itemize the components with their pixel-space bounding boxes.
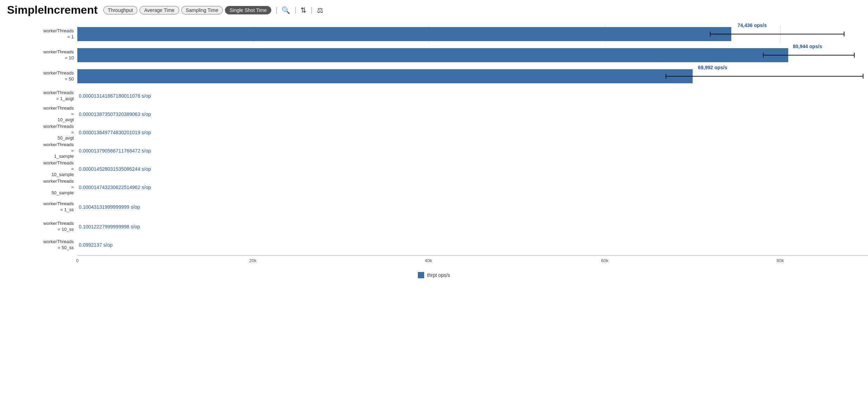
y-label: workerThreads=10_avgt [0, 105, 77, 123]
x-tick-0: 0 [76, 258, 78, 263]
table-row: workerThreads=50_sample 0.00001474323062… [0, 178, 868, 196]
tab-sampling-time[interactable]: Sampling Time [181, 6, 223, 14]
table-row: workerThreads= 50_ss 0.0992137 s/op [0, 236, 868, 254]
bar-container: 0.000013141867180011076 s/op [77, 88, 868, 104]
bar-container: 0.000013649774830201019 s/op [77, 125, 868, 140]
separator-1: | [276, 6, 277, 14]
separator-3: | [311, 6, 312, 14]
bar-value-label: 80,944 ops/s [793, 44, 822, 49]
header: SimpleIncrement Throughput Average Time … [0, 0, 868, 20]
bar-container: 0.0992137 s/op [77, 237, 868, 253]
table-row: workerThreads=50_avgt 0.0000136497748302… [0, 123, 868, 142]
zoom-icon[interactable]: 🔍 [281, 6, 290, 14]
table-row: workerThreads= 50 69,992 ops/s [0, 66, 868, 87]
table-row: workerThreads=10_avgt 0.0000138735073203… [0, 105, 868, 123]
chart-area: workerThreads= 1 74,436 ops/s [0, 20, 868, 306]
y-label: workerThreads=50_avgt [0, 124, 77, 142]
x-tick-60k: 60k [601, 258, 608, 263]
bar [77, 69, 693, 83]
table-row: workerThreads= 1 74,436 ops/s [0, 24, 868, 45]
legend-color-box [418, 272, 424, 278]
y-label: workerThreads= 1_avgt [0, 90, 77, 102]
bar [77, 48, 788, 62]
bar-container: 0.000013873507320389063 s/op [77, 106, 868, 122]
legend-label: thrpt ops/s [427, 272, 450, 278]
table-row: workerThreads=1_sample 0.000013790566711… [0, 142, 868, 160]
tab-throughput[interactable]: Throughput [103, 6, 138, 14]
bar [77, 27, 731, 41]
y-label: workerThreads= 10 [0, 49, 77, 61]
bar-container: 0.000013790566711768472 s/op [77, 143, 868, 158]
bar-container: 74,436 ops/s [77, 25, 868, 43]
text-value: 0.000013141867180011076 s/op [77, 93, 151, 99]
x-tick-40k: 40k [425, 258, 432, 263]
x-tick-20k: 20k [249, 258, 257, 263]
bar-container: 0.10012227999999998 s/op [77, 219, 868, 234]
table-row: workerThreads= 1_ss 0.10043131999999999 … [0, 196, 868, 218]
separator-2: | [294, 6, 296, 14]
y-label: workerThreads=50_sample [0, 179, 77, 196]
table-row: workerThreads= 1_avgt 0.0000131418671800… [0, 87, 868, 105]
y-label: workerThreads=10_sample [0, 160, 77, 178]
bar-value-label: 69,992 ops/s [698, 65, 727, 70]
tab-single-shot-time[interactable]: Single Shot Time [225, 6, 271, 14]
error-bar [710, 34, 844, 34]
app-title: SimpleIncrement [7, 4, 98, 17]
bar-container: 0.000014743230622514962 s/op [77, 180, 868, 195]
y-label: workerThreads= 1_ss [0, 201, 77, 213]
x-axis: 0 20k 40k 60k 80k [77, 255, 868, 265]
tab-average-time[interactable]: Average Time [140, 6, 179, 14]
text-value: 0.000013649774830201019 s/op [77, 130, 151, 135]
text-value: 0.10012227999999998 s/op [77, 224, 140, 229]
error-bar [666, 76, 863, 77]
table-row: workerThreads= 10_ss 0.10012227999999998… [0, 218, 868, 236]
balance-icon[interactable]: ⚖ [317, 6, 323, 14]
x-tick-80k: 80k [777, 258, 784, 263]
text-value: 0.000014743230622514962 s/op [77, 184, 151, 190]
y-label: workerThreads= 10_ss [0, 221, 77, 233]
sort-icon[interactable]: ⇅ [300, 6, 306, 14]
y-label: workerThreads=1_sample [0, 142, 77, 160]
bar-container: 0.000014528031535086244 s/op [77, 161, 868, 177]
table-row: workerThreads=10_sample 0.00001452803153… [0, 160, 868, 178]
table-row: workerThreads= 10 80,944 ops/s [0, 45, 868, 66]
legend: thrpt ops/s [0, 272, 868, 278]
bar-container: 0.10043131999999999 s/op [77, 198, 868, 216]
y-label: workerThreads= 1 [0, 28, 77, 40]
text-value: 0.0992137 s/op [77, 242, 113, 248]
tab-group: Throughput Average Time Sampling Time Si… [103, 6, 271, 14]
y-label: workerThreads= 50_ss [0, 239, 77, 251]
text-value: 0.000013790566711768472 s/op [77, 148, 151, 154]
bar-container: 69,992 ops/s [77, 67, 868, 85]
text-value: 0.000014528031535086244 s/op [77, 166, 151, 172]
bar-container: 80,944 ops/s [77, 46, 868, 64]
error-bar [763, 55, 855, 56]
bar-value-label: 74,436 ops/s [738, 22, 767, 28]
chart-rows: workerThreads= 1 74,436 ops/s [0, 24, 868, 254]
text-value: 0.10043131999999999 s/op [77, 204, 140, 210]
y-label: workerThreads= 50 [0, 70, 77, 82]
text-value: 0.000013873507320389063 s/op [77, 111, 151, 117]
